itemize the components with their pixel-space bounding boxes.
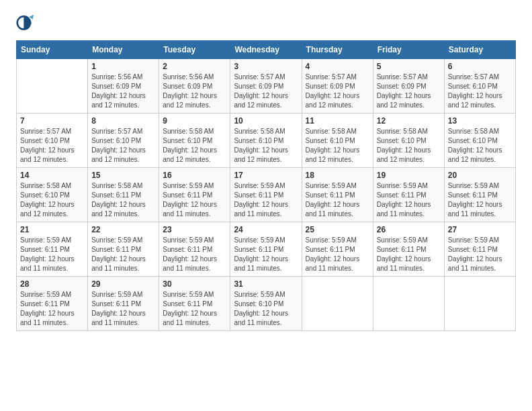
calendar-cell: 21Sunrise: 5:59 AMSunset: 6:11 PMDayligh… (17, 222, 88, 277)
logo (16, 13, 38, 32)
day-info: Sunrise: 5:58 AMSunset: 6:10 PMDaylight:… (20, 181, 84, 219)
col-header-monday: Monday (88, 41, 159, 59)
day-info: Sunrise: 5:57 AMSunset: 6:09 PMDaylight:… (377, 73, 441, 110)
day-number: 8 (91, 116, 155, 126)
day-number: 1 (91, 62, 155, 71)
col-header-saturday: Saturday (444, 41, 515, 59)
day-number: 16 (163, 171, 226, 180)
calendar-cell (17, 59, 88, 113)
day-number: 14 (20, 171, 84, 180)
calendar-cell (373, 277, 444, 331)
day-info: Sunrise: 5:59 AMSunset: 6:11 PMDaylight:… (163, 181, 226, 219)
col-header-sunday: Sunday (17, 41, 88, 59)
calendar-cell: 3Sunrise: 5:57 AMSunset: 6:09 PMDaylight… (230, 59, 302, 113)
day-info: Sunrise: 5:59 AMSunset: 6:11 PMDaylight:… (20, 236, 84, 273)
day-number: 31 (234, 279, 298, 289)
day-number: 17 (234, 171, 298, 180)
calendar-cell: 7Sunrise: 5:57 AMSunset: 6:10 PMDaylight… (17, 113, 88, 168)
calendar-cell: 8Sunrise: 5:57 AMSunset: 6:10 PMDaylight… (88, 113, 159, 168)
day-number: 27 (448, 225, 512, 234)
day-number: 21 (20, 225, 84, 234)
calendar-cell: 11Sunrise: 5:58 AMSunset: 6:10 PMDayligh… (302, 113, 373, 168)
calendar-cell: 19Sunrise: 5:59 AMSunset: 6:11 PMDayligh… (373, 168, 444, 222)
day-info: Sunrise: 5:58 AMSunset: 6:11 PMDaylight:… (91, 181, 155, 219)
day-number: 11 (306, 116, 369, 126)
calendar-cell: 28Sunrise: 5:59 AMSunset: 6:11 PMDayligh… (17, 277, 88, 331)
day-number: 12 (377, 116, 441, 126)
day-number: 22 (91, 225, 155, 234)
day-info: Sunrise: 5:59 AMSunset: 6:11 PMDaylight:… (377, 181, 441, 219)
day-info: Sunrise: 5:59 AMSunset: 6:10 PMDaylight:… (234, 290, 298, 328)
day-number: 3 (234, 62, 298, 71)
day-info: Sunrise: 5:59 AMSunset: 6:11 PMDaylight:… (448, 181, 512, 219)
day-info: Sunrise: 5:59 AMSunset: 6:11 PMDaylight:… (234, 181, 298, 219)
calendar-cell: 10Sunrise: 5:58 AMSunset: 6:10 PMDayligh… (230, 113, 302, 168)
day-info: Sunrise: 5:59 AMSunset: 6:11 PMDaylight:… (306, 236, 369, 273)
calendar-cell: 6Sunrise: 5:57 AMSunset: 6:10 PMDaylight… (444, 59, 515, 113)
day-number: 9 (163, 116, 226, 126)
day-number: 5 (377, 62, 441, 71)
day-info: Sunrise: 5:59 AMSunset: 6:11 PMDaylight:… (20, 290, 84, 328)
calendar-cell: 24Sunrise: 5:59 AMSunset: 6:11 PMDayligh… (230, 222, 302, 277)
calendar-cell: 12Sunrise: 5:58 AMSunset: 6:10 PMDayligh… (373, 113, 444, 168)
calendar-cell: 15Sunrise: 5:58 AMSunset: 6:11 PMDayligh… (88, 168, 159, 222)
day-number: 20 (448, 171, 512, 180)
day-number: 18 (306, 171, 369, 180)
calendar-cell: 1Sunrise: 5:56 AMSunset: 6:09 PMDaylight… (88, 59, 159, 113)
calendar-cell: 30Sunrise: 5:59 AMSunset: 6:11 PMDayligh… (159, 277, 230, 331)
day-number: 13 (448, 116, 512, 126)
calendar-cell: 2Sunrise: 5:56 AMSunset: 6:09 PMDaylight… (159, 59, 230, 113)
calendar-cell: 9Sunrise: 5:58 AMSunset: 6:10 PMDaylight… (159, 113, 230, 168)
day-number: 19 (377, 171, 441, 180)
day-number: 2 (163, 62, 226, 71)
day-number: 24 (234, 225, 298, 234)
day-number: 7 (20, 116, 84, 126)
day-number: 25 (306, 225, 369, 234)
day-info: Sunrise: 5:56 AMSunset: 6:09 PMDaylight:… (91, 73, 155, 110)
day-info: Sunrise: 5:57 AMSunset: 6:10 PMDaylight:… (20, 127, 84, 165)
calendar-cell: 26Sunrise: 5:59 AMSunset: 6:11 PMDayligh… (373, 222, 444, 277)
col-header-tuesday: Tuesday (159, 41, 230, 59)
day-number: 26 (377, 225, 441, 234)
day-number: 10 (234, 116, 298, 126)
day-info: Sunrise: 5:59 AMSunset: 6:11 PMDaylight:… (234, 236, 298, 273)
day-info: Sunrise: 5:58 AMSunset: 6:10 PMDaylight:… (377, 127, 441, 165)
day-info: Sunrise: 5:59 AMSunset: 6:11 PMDaylight:… (448, 236, 512, 273)
day-number: 30 (163, 279, 226, 289)
day-info: Sunrise: 5:58 AMSunset: 6:10 PMDaylight:… (448, 127, 512, 165)
calendar-cell: 31Sunrise: 5:59 AMSunset: 6:10 PMDayligh… (230, 277, 302, 331)
day-number: 23 (163, 225, 226, 234)
calendar-cell: 27Sunrise: 5:59 AMSunset: 6:11 PMDayligh… (444, 222, 515, 277)
day-info: Sunrise: 5:59 AMSunset: 6:11 PMDaylight:… (91, 290, 155, 328)
calendar-cell: 17Sunrise: 5:59 AMSunset: 6:11 PMDayligh… (230, 168, 302, 222)
day-info: Sunrise: 5:59 AMSunset: 6:11 PMDaylight:… (306, 181, 369, 219)
day-number: 6 (448, 62, 512, 71)
calendar-cell: 22Sunrise: 5:59 AMSunset: 6:11 PMDayligh… (88, 222, 159, 277)
day-info: Sunrise: 5:57 AMSunset: 6:10 PMDaylight:… (448, 73, 512, 110)
calendar-table: SundayMondayTuesdayWednesdayThursdayFrid… (16, 40, 516, 331)
calendar-cell (302, 277, 373, 331)
calendar-cell: 13Sunrise: 5:58 AMSunset: 6:10 PMDayligh… (444, 113, 515, 168)
calendar-cell: 18Sunrise: 5:59 AMSunset: 6:11 PMDayligh… (302, 168, 373, 222)
calendar-cell: 4Sunrise: 5:57 AMSunset: 6:09 PMDaylight… (302, 59, 373, 113)
calendar-cell: 14Sunrise: 5:58 AMSunset: 6:10 PMDayligh… (17, 168, 88, 222)
day-number: 29 (91, 279, 155, 289)
day-info: Sunrise: 5:58 AMSunset: 6:10 PMDaylight:… (234, 127, 298, 165)
day-info: Sunrise: 5:56 AMSunset: 6:09 PMDaylight:… (163, 73, 226, 110)
day-info: Sunrise: 5:59 AMSunset: 6:11 PMDaylight:… (163, 290, 226, 328)
day-info: Sunrise: 5:59 AMSunset: 6:11 PMDaylight:… (91, 236, 155, 273)
col-header-thursday: Thursday (302, 41, 373, 59)
col-header-friday: Friday (373, 41, 444, 59)
day-number: 15 (91, 171, 155, 180)
day-info: Sunrise: 5:57 AMSunset: 6:09 PMDaylight:… (234, 73, 298, 110)
day-info: Sunrise: 5:57 AMSunset: 6:10 PMDaylight:… (91, 127, 155, 165)
calendar-cell: 25Sunrise: 5:59 AMSunset: 6:11 PMDayligh… (302, 222, 373, 277)
day-number: 28 (20, 279, 84, 289)
calendar-cell: 16Sunrise: 5:59 AMSunset: 6:11 PMDayligh… (159, 168, 230, 222)
calendar-cell: 23Sunrise: 5:59 AMSunset: 6:11 PMDayligh… (159, 222, 230, 277)
day-info: Sunrise: 5:58 AMSunset: 6:10 PMDaylight:… (163, 127, 226, 165)
calendar-cell: 5Sunrise: 5:57 AMSunset: 6:09 PMDaylight… (373, 59, 444, 113)
day-info: Sunrise: 5:58 AMSunset: 6:10 PMDaylight:… (306, 127, 369, 165)
day-info: Sunrise: 5:57 AMSunset: 6:09 PMDaylight:… (306, 73, 369, 110)
calendar-cell: 20Sunrise: 5:59 AMSunset: 6:11 PMDayligh… (444, 168, 515, 222)
